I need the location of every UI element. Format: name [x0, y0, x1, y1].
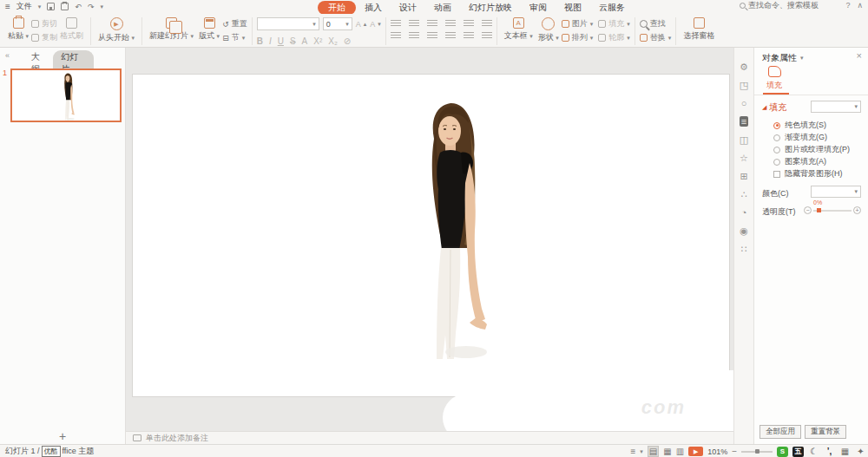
increase-font-button[interactable]: A▴: [356, 20, 367, 29]
quickbar-caret-icon[interactable]: ▾: [100, 3, 103, 10]
pattern-fill-option[interactable]: 图案填充(A): [773, 156, 826, 167]
star-panel-icon[interactable]: ☆: [740, 153, 748, 163]
picture-texture-fill-option[interactable]: 图片或纹理填充(P): [773, 144, 850, 155]
tab-animation[interactable]: 动画: [425, 1, 460, 15]
align-right-icon[interactable]: [427, 32, 437, 40]
layers-panel-icon[interactable]: ◫: [740, 134, 748, 145]
undo-icon[interactable]: ↶: [75, 3, 82, 11]
font-size-select[interactable]: 0▾: [323, 17, 352, 30]
portrait-image[interactable]: [416, 101, 489, 365]
reset-button[interactable]: ↺ 重置: [222, 18, 247, 29]
find-button[interactable]: 查找: [640, 18, 672, 29]
tab-review[interactable]: 审阅: [521, 1, 556, 15]
reading-view-icon[interactable]: ▥: [676, 447, 684, 456]
section-button[interactable]: ⊟ 节 ▾: [222, 32, 247, 43]
color-select[interactable]: ▾: [811, 186, 861, 198]
gear-icon[interactable]: ⚙: [740, 62, 748, 72]
strikethrough-button[interactable]: S: [290, 36, 296, 46]
hide-background-graphics-option[interactable]: 隐藏背景图形(H): [773, 168, 843, 180]
tab-slideshow[interactable]: 幻灯片放映: [460, 1, 521, 15]
slider-plus-icon[interactable]: +: [853, 206, 861, 214]
save-icon[interactable]: [47, 3, 55, 10]
decrease-font-button[interactable]: A▾: [370, 20, 381, 29]
main-menu-icon[interactable]: ≡: [5, 2, 10, 11]
shapes-button[interactable]: 形状 ▾: [536, 16, 562, 44]
fill-section-header[interactable]: ◢ 填充: [762, 101, 786, 114]
slide-thumbnail[interactable]: [10, 69, 122, 122]
tab-home[interactable]: 开始: [318, 1, 356, 15]
new-slide-button[interactable]: 新建幻灯片 ▾: [147, 16, 196, 42]
fill-tab-label[interactable]: 填充: [766, 80, 782, 91]
tab-cloud[interactable]: 云服务: [590, 1, 634, 15]
solid-fill-option[interactable]: 纯色填充(S): [773, 120, 826, 131]
notes-bar[interactable]: 单击此处添加备注: [126, 431, 733, 444]
share-panel-icon[interactable]: ∴: [741, 189, 747, 199]
outline-button[interactable]: 轮廓▾: [598, 32, 630, 43]
play-from-start-button[interactable]: ▶ 从头开始 ▾: [95, 16, 137, 44]
copy-button[interactable]: 复制: [31, 32, 57, 43]
toolbox-panel-icon[interactable]: ⊞: [740, 171, 747, 181]
italic-button[interactable]: I: [269, 36, 272, 46]
align-left-icon[interactable]: [391, 32, 401, 40]
slider-thumb[interactable]: [817, 208, 821, 212]
slide[interactable]: [132, 74, 730, 397]
reset-background-button[interactable]: 重置背景: [805, 425, 846, 439]
underline-button[interactable]: U: [278, 36, 284, 46]
layout-button[interactable]: 版式 ▾: [196, 16, 222, 42]
print-icon[interactable]: [61, 3, 69, 10]
paste-button[interactable]: 粘贴 ▾: [5, 16, 31, 42]
numbering-icon[interactable]: [409, 20, 419, 28]
ime-punctuation-icon[interactable]: ’,: [824, 447, 835, 457]
picture-button[interactable]: 图片▾: [562, 18, 594, 29]
ime-logo-icon[interactable]: S: [777, 447, 788, 457]
zoom-slider-thumb[interactable]: [755, 449, 760, 454]
ime-halfmoon-icon[interactable]: ☾: [808, 447, 819, 457]
effects-panel-icon[interactable]: ○: [741, 98, 747, 108]
increase-indent-icon[interactable]: [445, 20, 456, 28]
collapse-ribbon-icon[interactable]: ∧: [857, 1, 863, 10]
fill-button[interactable]: 填充▾: [598, 18, 630, 29]
cut-button[interactable]: 剪切: [31, 18, 57, 29]
zoom-level[interactable]: 101%: [707, 447, 727, 456]
notes-toggle-caret-icon[interactable]: ▾: [640, 448, 643, 455]
transparency-slider[interactable]: − 0% +: [804, 204, 861, 216]
redo-icon[interactable]: ↷: [88, 3, 95, 11]
ime-tools-icon[interactable]: ✦: [855, 447, 866, 457]
bold-button[interactable]: B: [257, 36, 263, 46]
notes-toggle-icon[interactable]: ≡: [630, 447, 635, 456]
shapes-panel-icon[interactable]: ◳: [740, 80, 748, 90]
normal-view-icon[interactable]: ▤: [648, 446, 659, 457]
apps-panel-icon[interactable]: ∷: [741, 244, 747, 254]
add-slide-button[interactable]: +: [59, 431, 66, 441]
replace-button[interactable]: 替换▾: [640, 32, 672, 43]
textbox-button[interactable]: A 文本框 ▾: [502, 16, 536, 42]
history-panel-icon[interactable]: ◔: [741, 207, 747, 218]
line-spacing-icon[interactable]: [464, 20, 474, 28]
align-center-icon[interactable]: [409, 32, 419, 40]
object-properties-icon[interactable]: ≡: [740, 116, 748, 127]
gradient-fill-option[interactable]: 渐变填充(G): [773, 132, 827, 143]
tab-view[interactable]: 视图: [556, 1, 590, 15]
search-input[interactable]: [748, 1, 828, 10]
pane-title-caret-icon[interactable]: ▾: [800, 55, 804, 62]
close-pane-icon[interactable]: ×: [857, 50, 862, 61]
fill-preset-select[interactable]: ▾: [811, 101, 861, 113]
tab-insert[interactable]: 插入: [356, 1, 391, 15]
info-panel-icon[interactable]: ◉: [740, 225, 748, 236]
zoom-out-icon[interactable]: −: [732, 447, 737, 456]
font-color-button[interactable]: A: [302, 36, 308, 46]
command-search[interactable]: [740, 1, 828, 10]
slideshow-play-button[interactable]: ▶: [688, 447, 703, 456]
decrease-indent-icon[interactable]: [427, 20, 437, 28]
columns-icon[interactable]: [482, 32, 492, 40]
zoom-slider[interactable]: [741, 451, 773, 453]
text-direction-icon[interactable]: [482, 20, 492, 28]
apply-all-button[interactable]: 全部应用: [760, 425, 801, 439]
ime-wubi-icon[interactable]: 五: [792, 447, 804, 457]
clear-format-button[interactable]: ⊘: [344, 36, 351, 46]
ime-keyboard-icon[interactable]: ▦: [839, 447, 851, 457]
superscript-button[interactable]: X²: [313, 36, 322, 46]
font-family-select[interactable]: ▾: [257, 17, 319, 30]
help-icon[interactable]: ?: [845, 1, 850, 10]
slide-sorter-view-icon[interactable]: ▦: [663, 447, 671, 456]
